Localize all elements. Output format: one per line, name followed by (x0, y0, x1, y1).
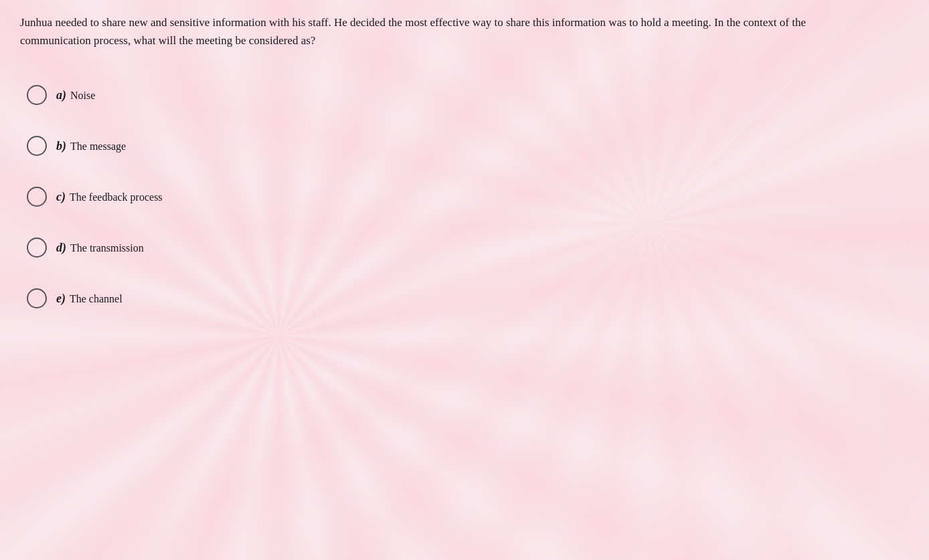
radio-e[interactable] (27, 288, 47, 308)
radio-c[interactable] (27, 187, 47, 207)
option-letter-c: c) (56, 190, 66, 203)
option-text-e: The channel (70, 293, 122, 304)
option-text-c: The feedback process (70, 191, 163, 203)
option-text-a: Noise (70, 90, 95, 101)
option-label-c: c)The feedback process (56, 190, 163, 204)
option-item-e[interactable]: e)The channel (20, 276, 909, 320)
option-label-e: e)The channel (56, 292, 122, 306)
option-item-c[interactable]: c)The feedback process (20, 175, 909, 219)
option-letter-e: e) (56, 292, 66, 305)
option-text-b: The message (70, 141, 126, 152)
option-item-a[interactable]: a)Noise (20, 73, 909, 117)
radio-b[interactable] (27, 136, 47, 156)
option-letter-d: d) (56, 241, 66, 254)
radio-a[interactable] (27, 85, 47, 105)
options-list: a)Noiseb)The messagec)The feedback proce… (20, 73, 909, 320)
question-text: Junhua needed to share new and sensitive… (20, 13, 823, 50)
option-text-d: The transmission (70, 242, 144, 254)
option-item-d[interactable]: d)The transmission (20, 225, 909, 270)
option-letter-a: a) (56, 88, 66, 102)
option-item-b[interactable]: b)The message (20, 124, 909, 168)
option-label-d: d)The transmission (56, 241, 144, 255)
option-label-a: a)Noise (56, 88, 95, 102)
option-label-b: b)The message (56, 139, 126, 153)
radio-d[interactable] (27, 238, 47, 258)
option-letter-b: b) (56, 139, 66, 153)
